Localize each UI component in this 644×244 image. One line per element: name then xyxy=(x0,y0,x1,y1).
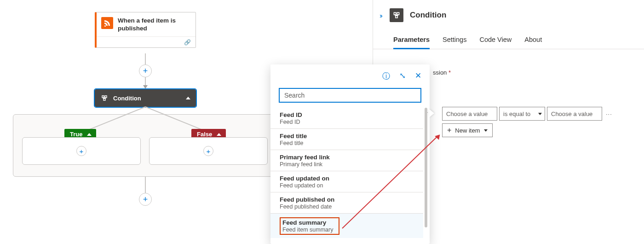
chevron-up-icon xyxy=(186,97,190,99)
scrollbar[interactable] xyxy=(425,108,427,227)
panel-tabs: Parameters Settings Code View About xyxy=(373,22,644,49)
add-action-button[interactable]: + xyxy=(203,146,213,156)
popup-caret xyxy=(429,109,434,117)
row-more-icon[interactable]: ··· xyxy=(606,110,612,117)
new-item-button[interactable]: + New item xyxy=(442,123,493,137)
true-label-text: True xyxy=(70,131,82,138)
expand-icon[interactable]: ⤡ xyxy=(399,71,406,81)
condition-icon xyxy=(100,94,109,102)
collapse-icon[interactable]: ›› xyxy=(380,12,381,19)
tab-settings[interactable]: Settings xyxy=(443,36,466,49)
connector xyxy=(145,53,146,64)
list-item[interactable]: Primary feed link Primary feed link xyxy=(270,150,423,171)
arrow-icon xyxy=(143,85,148,89)
add-action-button[interactable]: + xyxy=(76,146,86,156)
link-icon: 🔗 xyxy=(184,39,191,46)
left-operand-input[interactable]: Choose a value xyxy=(442,107,497,121)
tab-parameters[interactable]: Parameters xyxy=(393,36,430,49)
dynamic-content-search[interactable]: Search xyxy=(279,88,421,103)
chevron-up-icon xyxy=(217,133,221,136)
trigger-title: When a feed item is published xyxy=(118,17,191,33)
right-operand-input[interactable]: Choose a value xyxy=(547,107,602,121)
true-branch-body: + xyxy=(22,137,141,165)
operator-select[interactable]: is equal to xyxy=(499,107,545,121)
connector xyxy=(145,77,146,86)
chevron-up-icon xyxy=(87,133,92,136)
connector xyxy=(145,177,146,193)
panel-title: Condition xyxy=(410,11,446,20)
list-item[interactable]: Feed updated on Feed updated on xyxy=(270,171,423,192)
list-item[interactable]: Feed published on Feed published date xyxy=(270,192,423,213)
new-item-label: New item xyxy=(455,127,480,134)
operator-value: is equal to xyxy=(503,110,530,117)
close-icon[interactable]: ✕ xyxy=(415,71,421,81)
add-step-button[interactable]: + xyxy=(139,193,152,206)
false-branch-body: + xyxy=(149,137,268,165)
add-step-button[interactable]: + xyxy=(139,64,152,77)
false-label-text: False xyxy=(197,131,212,138)
list-item[interactable]: Feed ID Feed ID xyxy=(270,108,423,128)
chevron-down-icon xyxy=(538,113,542,115)
condition-title: Condition xyxy=(113,95,186,102)
dynamic-content-popup: ⓘ ⤡ ✕ Search Feed ID Feed ID Feed title … xyxy=(270,64,430,244)
list-item-feed-summary[interactable]: Feed summary Feed item summary xyxy=(270,213,423,238)
info-icon[interactable]: ⓘ xyxy=(382,71,390,81)
chevron-down-icon xyxy=(484,129,488,132)
rss-icon xyxy=(101,17,113,29)
condition-row: Choose a value is equal to Choose a valu… xyxy=(442,107,612,121)
trigger-card[interactable]: When a feed item is published 🔗 xyxy=(95,12,196,48)
condition-icon xyxy=(390,8,403,22)
condition-card[interactable]: Condition xyxy=(95,89,196,107)
tab-codeview[interactable]: Code View xyxy=(479,36,512,49)
list-item[interactable]: Feed title Feed title xyxy=(270,128,423,150)
tab-about[interactable]: About xyxy=(524,36,542,49)
expression-label-truncated: ssion * xyxy=(433,69,451,76)
